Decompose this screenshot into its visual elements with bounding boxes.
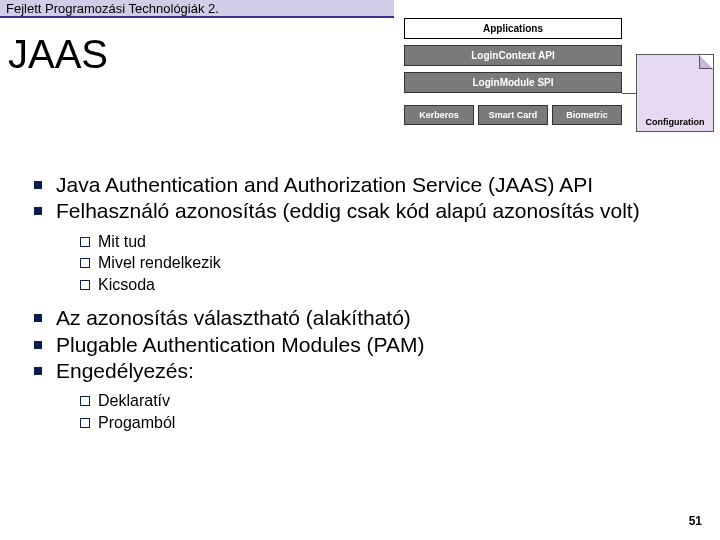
diagram-stack: Applications LoginContext API LoginModul… [404,18,622,125]
header-bar: Fejlett Programozási Technológiák 2. [0,0,394,18]
architecture-diagram: Applications LoginContext API LoginModul… [404,18,714,158]
diagram-bottom-row: Kerberos Smart Card Biometric [404,105,622,125]
list-item: Mivel rendelkezik [56,252,700,274]
diagram-configuration-label: Configuration [646,117,705,127]
list-item: Java Authentication and Authorization Se… [26,172,700,198]
diagram-smartcard-box: Smart Card [478,105,548,125]
diagram-logincontext-box: LoginContext API [404,45,622,66]
page-number: 51 [689,514,702,528]
list-item-text: Felhasználó azonosítás (eddig csak kód a… [56,199,640,222]
list-item: Plugable Authentication Modules (PAM) [26,332,700,358]
sub-list: Mit tud Mivel rendelkezik Kicsoda [56,231,700,296]
slide-content: Java Authentication and Authorization Se… [26,172,700,443]
diagram-loginmodule-box: LoginModule SPI [404,72,622,93]
sub-list: Deklaratív Progamból [56,390,700,433]
diagram-configuration-box: Configuration [636,54,714,132]
list-item: Felhasználó azonosítás (eddig csak kód a… [26,198,700,295]
list-item: Mit tud [56,231,700,253]
list-item: Kicsoda [56,274,700,296]
list-item: Progamból [56,412,700,434]
diagram-biometric-box: Biometric [552,105,622,125]
diagram-kerberos-box: Kerberos [404,105,474,125]
diagram-applications-box: Applications [404,18,622,39]
diagram-connector [622,93,636,94]
list-item: Engedélyezés: Deklaratív Progamból [26,358,700,433]
list-item: Deklaratív [56,390,700,412]
list-item: Az azonosítás választható (alakítható) [26,305,700,331]
bullet-list: Java Authentication and Authorization Se… [26,172,700,433]
list-item-text: Engedélyezés: [56,359,194,382]
